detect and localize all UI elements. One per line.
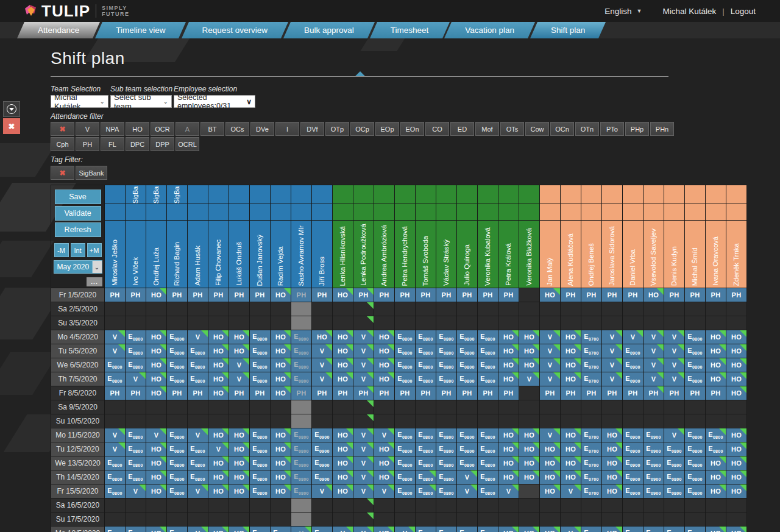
shift-cell[interactable]: E0800 xyxy=(436,470,457,484)
shift-cell[interactable] xyxy=(561,498,581,512)
shift-cell[interactable]: E0900 xyxy=(644,456,664,470)
shift-cell[interactable] xyxy=(374,302,395,316)
shift-cell[interactable]: V xyxy=(561,484,581,498)
shift-cell[interactable]: E0800 xyxy=(685,456,706,470)
shift-cell[interactable]: HO xyxy=(312,330,333,344)
shift-cell[interactable]: E0900 xyxy=(644,484,664,498)
tab-timesheet[interactable]: Timesheet xyxy=(374,22,446,38)
shift-cell[interactable]: E0800 xyxy=(436,442,457,456)
shift-cell[interactable] xyxy=(105,400,126,414)
shift-cell[interactable]: PH xyxy=(312,386,333,400)
shift-cell[interactable]: HO xyxy=(229,344,250,358)
shift-cell[interactable]: V xyxy=(146,428,167,442)
shift-cell[interactable]: E0800 xyxy=(436,330,457,344)
shift-cell[interactable]: E0800 xyxy=(685,484,706,498)
shift-cell[interactable] xyxy=(126,498,146,512)
shift-cell[interactable]: V xyxy=(644,372,664,386)
shift-cell[interactable]: PH xyxy=(685,386,706,400)
shift-cell[interactable]: HO xyxy=(271,386,291,400)
shift-cell[interactable]: E0800 xyxy=(395,330,416,344)
shift-cell[interactable]: V xyxy=(374,428,395,442)
shift-cell[interactable]: HO xyxy=(146,527,167,532)
shift-cell[interactable]: PH xyxy=(706,288,726,302)
shift-cell[interactable] xyxy=(374,414,395,428)
shift-cell[interactable]: E0700 xyxy=(581,527,602,532)
shift-cell[interactable]: HO xyxy=(726,386,747,400)
shift-cell[interactable]: V xyxy=(540,330,561,344)
tab-vacation-plan[interactable]: Vacation plan xyxy=(448,22,531,38)
shift-cell[interactable]: E0800 xyxy=(478,456,498,470)
shift-cell[interactable]: PH xyxy=(312,288,333,302)
shift-cell[interactable]: V xyxy=(353,527,374,532)
shift-cell[interactable]: E0800 xyxy=(291,442,312,456)
shift-cell[interactable]: HO xyxy=(602,527,623,532)
shift-cell[interactable] xyxy=(498,316,519,330)
shift-cell[interactable]: E0800 xyxy=(395,428,416,442)
shift-cell[interactable]: HO xyxy=(271,358,291,372)
shift-cell[interactable]: E0800 xyxy=(664,456,685,470)
shift-cell[interactable]: HO xyxy=(333,484,353,498)
shift-cell[interactable]: HO xyxy=(519,330,540,344)
shift-cell[interactable] xyxy=(146,498,167,512)
collapse-panel-button[interactable] xyxy=(3,101,20,117)
shift-cell[interactable]: E0800 xyxy=(291,372,312,386)
shift-cell[interactable] xyxy=(581,302,602,316)
shift-cell[interactable] xyxy=(353,316,374,330)
shift-cell[interactable]: V xyxy=(602,344,623,358)
employee-header[interactable]: Lenka Hlisnikovská xyxy=(333,221,353,288)
shift-cell[interactable]: V xyxy=(602,358,623,372)
shift-cell[interactable] xyxy=(519,400,540,414)
shift-cell[interactable] xyxy=(623,498,644,512)
shift-cell[interactable]: HO xyxy=(208,484,229,498)
shift-cell[interactable]: E0800 xyxy=(167,344,188,358)
shift-cell[interactable]: E0900 xyxy=(312,442,333,456)
shift-cell[interactable]: HO xyxy=(540,456,561,470)
shift-cell[interactable]: E0900 xyxy=(312,428,333,442)
shift-cell[interactable] xyxy=(395,512,416,527)
shift-cell[interactable]: HO xyxy=(333,330,353,344)
shift-cell[interactable]: V xyxy=(602,372,623,386)
shift-cell[interactable]: PH xyxy=(126,386,146,400)
shift-cell[interactable] xyxy=(726,512,747,527)
shift-cell[interactable]: HO xyxy=(726,470,747,484)
shift-cell[interactable] xyxy=(644,512,664,527)
shift-cell[interactable]: E0800 xyxy=(250,428,271,442)
shift-cell[interactable]: V xyxy=(229,358,250,372)
shift-cell[interactable]: HO xyxy=(706,470,726,484)
shift-cell[interactable] xyxy=(519,414,540,428)
shift-cell[interactable] xyxy=(146,302,167,316)
shift-cell[interactable] xyxy=(395,316,416,330)
shift-cell[interactable] xyxy=(519,316,540,330)
employee-header[interactable]: Andrea Ambróziová xyxy=(374,221,395,288)
shift-cell[interactable]: E0800 xyxy=(478,330,498,344)
shift-cell[interactable] xyxy=(312,316,333,330)
shift-cell[interactable]: PH xyxy=(478,288,498,302)
shift-cell[interactable] xyxy=(602,512,623,527)
clear-panel-button[interactable]: ✖ xyxy=(3,118,20,134)
shift-cell[interactable]: HO xyxy=(374,442,395,456)
shift-cell[interactable]: E0800 xyxy=(416,428,436,442)
shift-cell[interactable] xyxy=(685,414,706,428)
shift-cell[interactable] xyxy=(436,302,457,316)
shift-cell[interactable]: HO xyxy=(208,344,229,358)
shift-cell[interactable]: V xyxy=(644,358,664,372)
shift-cell[interactable]: E0800 xyxy=(685,527,706,532)
shift-cell[interactable] xyxy=(250,414,271,428)
shift-cell[interactable] xyxy=(644,498,664,512)
shift-cell[interactable] xyxy=(561,414,581,428)
employee-header[interactable]: Sasho Avramov Mlr xyxy=(291,221,312,288)
shift-cell[interactable]: E0800 xyxy=(291,470,312,484)
shift-cell[interactable]: HO xyxy=(726,484,747,498)
shift-cell[interactable]: E0800 xyxy=(167,428,188,442)
shift-cell[interactable] xyxy=(105,414,126,428)
shift-cell[interactable]: HO xyxy=(374,456,395,470)
shift-cell[interactable] xyxy=(250,400,271,414)
shift-cell[interactable]: HO xyxy=(271,428,291,442)
shift-cell[interactable]: HO xyxy=(374,527,395,532)
shift-cell[interactable] xyxy=(126,316,146,330)
shift-cell[interactable]: HO xyxy=(229,470,250,484)
shift-cell[interactable]: E0800 xyxy=(457,372,478,386)
shift-cell[interactable]: E0800 xyxy=(395,344,416,358)
shift-cell[interactable]: V xyxy=(498,484,519,498)
month-select[interactable]: May 2020 ⌄ xyxy=(54,260,102,274)
